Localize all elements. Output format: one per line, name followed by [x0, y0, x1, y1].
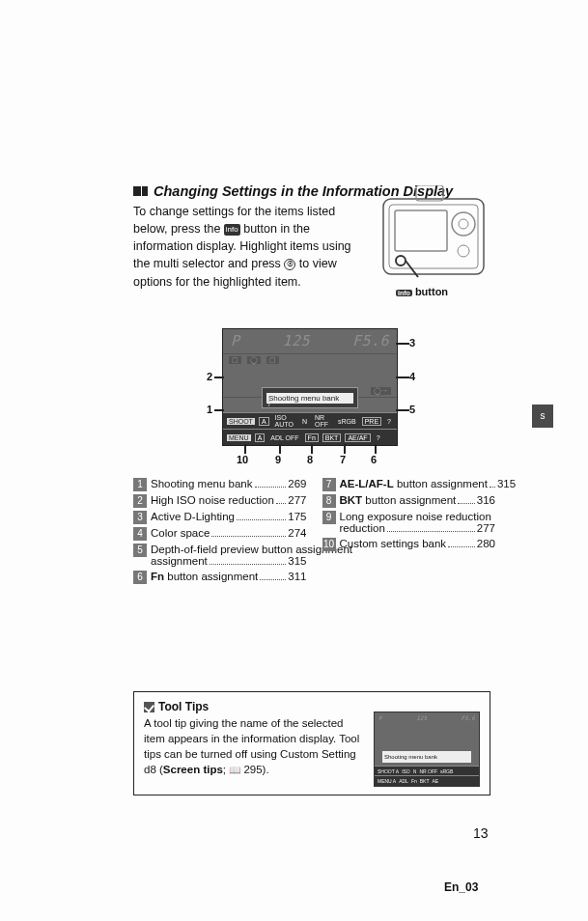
mini-mode: P	[378, 714, 382, 721]
leader	[344, 444, 346, 454]
callout-1: 1	[207, 404, 212, 415]
leader	[396, 409, 409, 411]
legend-num: 4	[133, 527, 147, 541]
svg-point-5	[458, 245, 469, 257]
callout-6: 6	[371, 454, 377, 465]
tool-tips-box: Tool Tips A tool tip giving the name of …	[133, 691, 490, 795]
r2-6: ?	[375, 434, 382, 441]
leader	[396, 343, 409, 345]
r1-1: A	[259, 417, 269, 426]
legend: 1Shooting menu bank269 2High ISO noise r…	[133, 478, 495, 587]
legend-num: 10	[322, 538, 336, 551]
tt-bold: Screen tips	[163, 764, 223, 775]
legend-page: 274	[288, 527, 306, 539]
legend-num: 3	[133, 511, 147, 524]
tt-page: 295	[243, 764, 262, 775]
r2-4: BKT	[322, 433, 342, 442]
display-mode: P	[231, 332, 240, 349]
page-number: 13	[473, 825, 489, 841]
r1-6: PRE	[362, 417, 381, 426]
legend-label: Custom settings bank	[340, 538, 447, 549]
r1-5: sRGB	[336, 418, 358, 425]
camera-caption: info button	[396, 286, 448, 297]
legend-label: Color space	[151, 527, 210, 539]
tool-tips-title: Tool Tips	[158, 700, 209, 713]
svg-rect-1	[389, 205, 478, 268]
legend-num: 1	[133, 478, 147, 491]
leader	[396, 377, 409, 378]
camera-illustration	[381, 185, 486, 280]
legend-num: 2	[133, 494, 147, 508]
mini-shutter: 125	[416, 714, 427, 721]
display-tooltip-text: Shooting menu bank	[266, 393, 353, 404]
leader	[311, 444, 313, 454]
legend-label: Long exposure noise reduction	[340, 511, 491, 522]
book-icon: 📖	[229, 764, 240, 777]
side-tab-icon: s	[532, 405, 553, 428]
legend-page: 316	[477, 494, 495, 506]
callout-2: 2	[207, 371, 212, 382]
display-row-2: MENU A ADL OFF Fn BKT AE/AF ?	[223, 429, 397, 445]
legend-num: 8	[322, 494, 336, 508]
legend-bold: Fn	[151, 571, 164, 582]
legend-bold: BKT	[340, 494, 363, 506]
information-display-diagram: P 125 F5.6 ▢◯▢ ◯→ Shooting menu bank ? S…	[222, 328, 398, 446]
legend-page: 315	[497, 478, 516, 489]
callout-9: 9	[275, 454, 281, 465]
checkbox-icon	[144, 702, 154, 712]
legend-num: 9	[322, 511, 336, 524]
svg-rect-2	[395, 210, 447, 251]
legend-label: Shooting menu bank	[151, 478, 253, 489]
display-aperture: F5.6	[352, 332, 389, 349]
legend-left: 1Shooting menu bank269 2High ISO noise r…	[133, 478, 307, 587]
callout-3: 3	[409, 337, 415, 349]
info-icon: info	[396, 290, 412, 296]
legend-label: button assignment	[164, 571, 258, 582]
footer-code: En_03	[444, 880, 478, 894]
leader	[214, 409, 224, 411]
callout-4: 4	[409, 371, 415, 382]
svg-point-3	[452, 212, 475, 236]
display-shutter: 125	[282, 332, 310, 349]
r1-3: N	[300, 418, 309, 425]
mini-aperture: F5.6	[462, 714, 475, 721]
intro-paragraph: To change settings for the items listed …	[133, 203, 365, 291]
tool-tips-body: A tool tip giving the name of the select…	[144, 715, 366, 777]
legend-page: 280	[477, 538, 495, 549]
legend-page: 277	[288, 494, 306, 506]
display-row-1: SHOOT A ISO AUTO N NR OFF sRGB PRE ?	[223, 412, 397, 429]
leader	[244, 444, 246, 454]
r1-0: SHOOT	[227, 418, 255, 425]
legend-num: 5	[133, 544, 147, 557]
heading-blocks-icon	[133, 186, 148, 196]
legend-num: 7	[322, 478, 336, 491]
legend-bold: AE-L/AF-L	[340, 478, 394, 489]
callout-10: 10	[237, 454, 248, 465]
legend-page: 269	[288, 478, 306, 489]
mini-information-display: P125F5.6 Shooting menu bank SHOOT AISONN…	[374, 712, 480, 787]
legend-right: 7AE-L/AF-L button assignment315 8BKT but…	[322, 478, 496, 587]
legend-page: 277	[477, 522, 495, 534]
tt-b3: ).	[263, 764, 269, 775]
camera-caption-text: button	[412, 286, 448, 297]
legend-page: 175	[288, 511, 306, 522]
legend-num: 6	[133, 571, 147, 584]
r1-7: ?	[385, 418, 393, 425]
r2-1: A	[255, 433, 266, 442]
r2-5: AE/AF	[345, 433, 370, 442]
display-tooltip: Shooting menu bank ?	[262, 387, 358, 408]
info-button-icon: info	[224, 224, 240, 236]
ok-selector-icon: ⦿	[284, 259, 295, 270]
r2-0: MENU	[227, 434, 251, 441]
legend-label: button assignment	[362, 494, 456, 506]
r2-3: Fn	[305, 433, 319, 442]
r1-4: NR OFF	[313, 414, 332, 428]
legend-label: High ISO noise reduction	[151, 494, 274, 506]
leader	[279, 444, 281, 454]
callout-8: 8	[307, 454, 313, 465]
legend-page: 315	[288, 555, 306, 567]
r1-2: ISO AUTO	[273, 414, 296, 428]
callout-5: 5	[409, 404, 415, 415]
leader	[375, 444, 377, 454]
svg-point-4	[459, 219, 468, 229]
